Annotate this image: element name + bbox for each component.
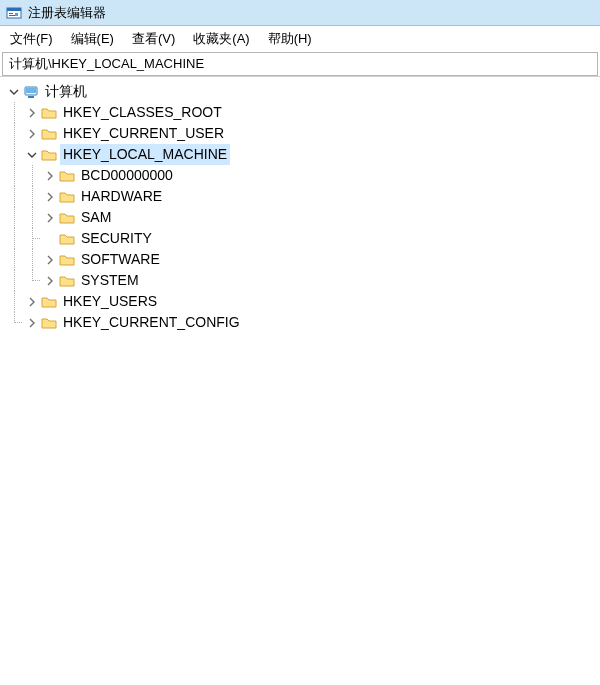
tree-label: HKEY_CLASSES_ROOT	[60, 102, 225, 123]
tree-node-sam[interactable]: SAM	[0, 207, 600, 228]
menu-file[interactable]: 文件(F)	[8, 28, 55, 50]
svg-rect-3	[9, 15, 15, 16]
menu-favorites[interactable]: 收藏夹(A)	[191, 28, 251, 50]
tree-node-bcd[interactable]: BCD00000000	[0, 165, 600, 186]
folder-icon	[40, 105, 58, 121]
tree-node-hkcu[interactable]: HKEY_CURRENT_USER	[0, 123, 600, 144]
folder-icon	[58, 252, 76, 268]
registry-tree: 计算机 HKEY_CLASSES_ROOT	[0, 81, 600, 333]
tree-node-computer[interactable]: 计算机 HKEY_CLASSES_ROOT	[0, 81, 600, 333]
folder-icon	[58, 189, 76, 205]
chevron-right-icon[interactable]	[42, 171, 58, 181]
regedit-app-icon	[6, 5, 22, 21]
folder-icon	[58, 168, 76, 184]
folder-icon	[40, 126, 58, 142]
folder-icon	[58, 231, 76, 247]
tree-node-hardware[interactable]: HARDWARE	[0, 186, 600, 207]
tree-node-hku[interactable]: HKEY_USERS	[0, 291, 600, 312]
menu-help[interactable]: 帮助(H)	[266, 28, 314, 50]
folder-icon	[40, 147, 58, 163]
address-bar[interactable]: 计算机\HKEY_LOCAL_MACHINE	[2, 52, 598, 76]
tree-node-software[interactable]: SOFTWARE	[0, 249, 600, 270]
computer-icon	[22, 84, 40, 100]
tree-node-hkcr[interactable]: HKEY_CLASSES_ROOT	[0, 102, 600, 123]
folder-icon	[40, 294, 58, 310]
svg-rect-4	[15, 13, 18, 16]
tree-node-system[interactable]: SYSTEM	[0, 270, 600, 291]
svg-rect-1	[7, 8, 21, 11]
menu-bar: 文件(F) 编辑(E) 查看(V) 收藏夹(A) 帮助(H)	[0, 26, 600, 52]
tree-label: SAM	[78, 207, 114, 228]
tree-label: SOFTWARE	[78, 249, 163, 270]
tree-label: SYSTEM	[78, 270, 142, 291]
chevron-right-icon[interactable]	[24, 297, 40, 307]
tree-label: HKEY_USERS	[60, 291, 160, 312]
chevron-down-icon[interactable]	[24, 150, 40, 160]
tree-label: SECURITY	[78, 228, 155, 249]
svg-rect-2	[9, 13, 13, 14]
chevron-right-icon[interactable]	[42, 213, 58, 223]
tree-node-hkcc[interactable]: HKEY_CURRENT_CONFIG	[0, 312, 600, 333]
folder-icon	[40, 315, 58, 331]
chevron-down-icon[interactable]	[6, 87, 22, 97]
svg-rect-7	[28, 96, 34, 98]
chevron-right-icon[interactable]	[24, 108, 40, 118]
menu-edit[interactable]: 编辑(E)	[69, 28, 116, 50]
svg-rect-6	[26, 88, 36, 93]
address-path: 计算机\HKEY_LOCAL_MACHINE	[9, 55, 204, 73]
chevron-right-icon[interactable]	[24, 129, 40, 139]
tree-label: HKEY_CURRENT_CONFIG	[60, 312, 243, 333]
no-expand-icon	[42, 228, 58, 249]
tree-node-hklm[interactable]: HKEY_LOCAL_MACHINE	[0, 144, 600, 291]
title-bar: 注册表编辑器	[0, 0, 600, 26]
tree-label: HARDWARE	[78, 186, 165, 207]
chevron-right-icon[interactable]	[42, 276, 58, 286]
window-title: 注册表编辑器	[28, 4, 106, 22]
folder-icon	[58, 210, 76, 226]
tree-node-security[interactable]: SECURITY	[0, 228, 600, 249]
tree-label-computer: 计算机	[42, 81, 90, 102]
folder-icon	[58, 273, 76, 289]
tree-label: BCD00000000	[78, 165, 176, 186]
chevron-right-icon[interactable]	[42, 192, 58, 202]
tree-pane: 计算机 HKEY_CLASSES_ROOT	[0, 76, 600, 683]
chevron-right-icon[interactable]	[42, 255, 58, 265]
menu-view[interactable]: 查看(V)	[130, 28, 177, 50]
tree-label: HKEY_LOCAL_MACHINE	[60, 144, 230, 165]
tree-label: HKEY_CURRENT_USER	[60, 123, 227, 144]
chevron-right-icon[interactable]	[24, 318, 40, 328]
